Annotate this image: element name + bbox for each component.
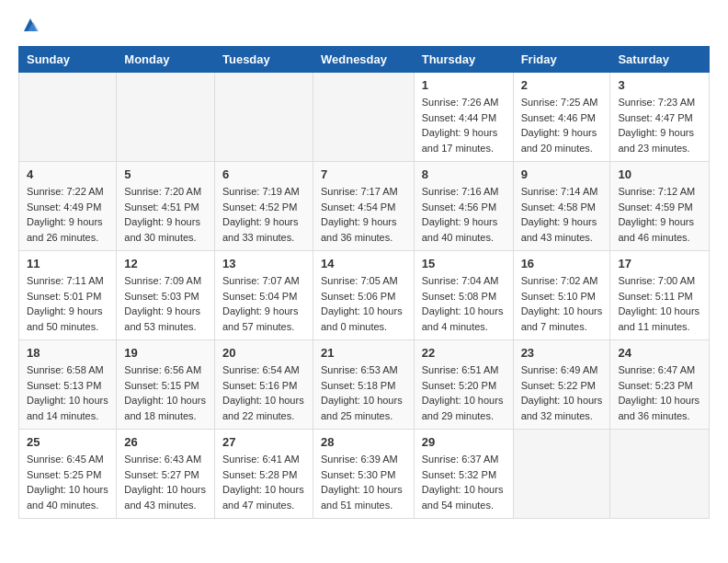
day-detail: Sunrise: 6:51 AM Sunset: 5:20 PM Dayligh… bbox=[422, 362, 506, 423]
day-number: 9 bbox=[521, 167, 603, 181]
calendar-cell: 21Sunrise: 6:53 AM Sunset: 5:18 PM Dayli… bbox=[313, 340, 414, 430]
calendar-cell: 6Sunrise: 7:19 AM Sunset: 4:52 PM Daylig… bbox=[214, 162, 313, 251]
calendar-cell bbox=[513, 430, 610, 519]
day-number: 20 bbox=[222, 346, 305, 360]
day-detail: Sunrise: 7:02 AM Sunset: 5:10 PM Dayligh… bbox=[521, 273, 603, 334]
calendar-week-0: 1Sunrise: 7:26 AM Sunset: 4:44 PM Daylig… bbox=[19, 73, 710, 162]
day-number: 4 bbox=[27, 167, 108, 181]
calendar-cell: 1Sunrise: 7:26 AM Sunset: 4:44 PM Daylig… bbox=[414, 73, 513, 162]
day-detail: Sunrise: 7:12 AM Sunset: 4:59 PM Dayligh… bbox=[618, 184, 701, 245]
calendar-cell: 20Sunrise: 6:54 AM Sunset: 5:16 PM Dayli… bbox=[214, 340, 313, 430]
day-detail: Sunrise: 7:22 AM Sunset: 4:49 PM Dayligh… bbox=[27, 184, 108, 245]
calendar-week-3: 18Sunrise: 6:58 AM Sunset: 5:13 PM Dayli… bbox=[19, 340, 710, 430]
day-number: 22 bbox=[422, 346, 506, 360]
calendar-cell bbox=[117, 73, 215, 162]
col-friday: Friday bbox=[513, 47, 610, 73]
calendar-cell: 13Sunrise: 7:07 AM Sunset: 5:04 PM Dayli… bbox=[214, 251, 313, 340]
calendar-cell: 11Sunrise: 7:11 AM Sunset: 5:01 PM Dayli… bbox=[19, 251, 117, 340]
day-number: 21 bbox=[321, 346, 406, 360]
day-detail: Sunrise: 7:00 AM Sunset: 5:11 PM Dayligh… bbox=[618, 273, 701, 334]
day-detail: Sunrise: 6:39 AM Sunset: 5:30 PM Dayligh… bbox=[321, 452, 406, 512]
day-number: 23 bbox=[521, 346, 603, 360]
day-detail: Sunrise: 7:16 AM Sunset: 4:56 PM Dayligh… bbox=[422, 184, 506, 245]
day-detail: Sunrise: 6:45 AM Sunset: 5:25 PM Dayligh… bbox=[27, 452, 108, 512]
day-detail: Sunrise: 7:26 AM Sunset: 4:44 PM Dayligh… bbox=[422, 95, 506, 155]
header-row: Sunday Monday Tuesday Wednesday Thursday… bbox=[19, 47, 710, 73]
day-number: 26 bbox=[124, 435, 207, 449]
calendar-cell: 2Sunrise: 7:25 AM Sunset: 4:46 PM Daylig… bbox=[513, 73, 610, 162]
calendar-week-4: 25Sunrise: 6:45 AM Sunset: 5:25 PM Dayli… bbox=[19, 430, 710, 519]
calendar-cell: 5Sunrise: 7:20 AM Sunset: 4:51 PM Daylig… bbox=[117, 162, 215, 251]
day-detail: Sunrise: 6:56 AM Sunset: 5:15 PM Dayligh… bbox=[124, 362, 207, 423]
calendar-cell: 17Sunrise: 7:00 AM Sunset: 5:11 PM Dayli… bbox=[610, 251, 710, 340]
day-detail: Sunrise: 7:09 AM Sunset: 5:03 PM Dayligh… bbox=[124, 273, 207, 334]
day-detail: Sunrise: 6:49 AM Sunset: 5:22 PM Dayligh… bbox=[521, 362, 603, 423]
header bbox=[18, 15, 710, 35]
day-number: 8 bbox=[422, 167, 506, 181]
day-number: 18 bbox=[27, 346, 108, 360]
day-number: 25 bbox=[27, 435, 108, 449]
page: Sunday Monday Tuesday Wednesday Thursday… bbox=[0, 0, 728, 534]
calendar-cell: 28Sunrise: 6:39 AM Sunset: 5:30 PM Dayli… bbox=[313, 430, 414, 519]
calendar-cell: 23Sunrise: 6:49 AM Sunset: 5:22 PM Dayli… bbox=[513, 340, 610, 430]
calendar-cell: 8Sunrise: 7:16 AM Sunset: 4:56 PM Daylig… bbox=[414, 162, 513, 251]
calendar-cell: 9Sunrise: 7:14 AM Sunset: 4:58 PM Daylig… bbox=[513, 162, 610, 251]
day-detail: Sunrise: 6:41 AM Sunset: 5:28 PM Dayligh… bbox=[222, 452, 305, 512]
day-number: 5 bbox=[124, 167, 207, 181]
calendar-cell: 24Sunrise: 6:47 AM Sunset: 5:23 PM Dayli… bbox=[610, 340, 710, 430]
day-number: 16 bbox=[521, 257, 603, 270]
day-detail: Sunrise: 7:19 AM Sunset: 4:52 PM Dayligh… bbox=[222, 184, 305, 245]
day-number: 6 bbox=[222, 167, 305, 181]
logo-icon bbox=[20, 15, 40, 35]
day-number: 24 bbox=[618, 346, 701, 360]
calendar-cell bbox=[19, 73, 117, 162]
calendar-cell: 15Sunrise: 7:04 AM Sunset: 5:08 PM Dayli… bbox=[414, 251, 513, 340]
calendar-cell bbox=[214, 73, 313, 162]
day-detail: Sunrise: 6:58 AM Sunset: 5:13 PM Dayligh… bbox=[27, 362, 108, 423]
calendar-body: 1Sunrise: 7:26 AM Sunset: 4:44 PM Daylig… bbox=[19, 73, 710, 519]
calendar-cell: 3Sunrise: 7:23 AM Sunset: 4:47 PM Daylig… bbox=[610, 73, 710, 162]
calendar-cell: 19Sunrise: 6:56 AM Sunset: 5:15 PM Dayli… bbox=[117, 340, 215, 430]
day-number: 10 bbox=[618, 167, 701, 181]
calendar-cell: 14Sunrise: 7:05 AM Sunset: 5:06 PM Dayli… bbox=[313, 251, 414, 340]
col-thursday: Thursday bbox=[414, 47, 513, 73]
day-detail: Sunrise: 7:17 AM Sunset: 4:54 PM Dayligh… bbox=[321, 184, 406, 245]
day-detail: Sunrise: 6:37 AM Sunset: 5:32 PM Dayligh… bbox=[422, 452, 506, 512]
day-number: 13 bbox=[222, 257, 305, 270]
day-detail: Sunrise: 6:53 AM Sunset: 5:18 PM Dayligh… bbox=[321, 362, 406, 423]
calendar-cell bbox=[610, 430, 710, 519]
calendar-cell: 16Sunrise: 7:02 AM Sunset: 5:10 PM Dayli… bbox=[513, 251, 610, 340]
day-number: 7 bbox=[321, 167, 406, 181]
day-number: 27 bbox=[222, 435, 305, 449]
day-detail: Sunrise: 7:07 AM Sunset: 5:04 PM Dayligh… bbox=[222, 273, 305, 334]
day-detail: Sunrise: 7:20 AM Sunset: 4:51 PM Dayligh… bbox=[124, 184, 207, 245]
calendar-cell: 25Sunrise: 6:45 AM Sunset: 5:25 PM Dayli… bbox=[19, 430, 117, 519]
col-monday: Monday bbox=[117, 47, 215, 73]
day-number: 29 bbox=[422, 435, 506, 449]
calendar-cell: 29Sunrise: 6:37 AM Sunset: 5:32 PM Dayli… bbox=[414, 430, 513, 519]
day-number: 15 bbox=[422, 257, 506, 270]
calendar-week-2: 11Sunrise: 7:11 AM Sunset: 5:01 PM Dayli… bbox=[19, 251, 710, 340]
day-number: 28 bbox=[321, 435, 406, 449]
col-tuesday: Tuesday bbox=[214, 47, 313, 73]
calendar-cell: 26Sunrise: 6:43 AM Sunset: 5:27 PM Dayli… bbox=[117, 430, 215, 519]
calendar-cell: 12Sunrise: 7:09 AM Sunset: 5:03 PM Dayli… bbox=[117, 251, 215, 340]
day-number: 11 bbox=[27, 257, 108, 270]
col-saturday: Saturday bbox=[610, 47, 710, 73]
day-detail: Sunrise: 7:11 AM Sunset: 5:01 PM Dayligh… bbox=[27, 273, 108, 334]
day-detail: Sunrise: 6:47 AM Sunset: 5:23 PM Dayligh… bbox=[618, 362, 701, 423]
day-detail: Sunrise: 7:05 AM Sunset: 5:06 PM Dayligh… bbox=[321, 273, 406, 334]
col-sunday: Sunday bbox=[19, 47, 117, 73]
calendar-table: Sunday Monday Tuesday Wednesday Thursday… bbox=[18, 46, 710, 519]
calendar-cell: 4Sunrise: 7:22 AM Sunset: 4:49 PM Daylig… bbox=[19, 162, 117, 251]
calendar-cell: 18Sunrise: 6:58 AM Sunset: 5:13 PM Dayli… bbox=[19, 340, 117, 430]
day-number: 3 bbox=[618, 78, 701, 92]
day-detail: Sunrise: 7:14 AM Sunset: 4:58 PM Dayligh… bbox=[521, 184, 603, 245]
day-number: 12 bbox=[124, 257, 207, 270]
day-number: 14 bbox=[321, 257, 406, 270]
calendar-cell: 7Sunrise: 7:17 AM Sunset: 4:54 PM Daylig… bbox=[313, 162, 414, 251]
calendar-cell: 10Sunrise: 7:12 AM Sunset: 4:59 PM Dayli… bbox=[610, 162, 710, 251]
day-number: 17 bbox=[618, 257, 701, 270]
day-detail: Sunrise: 7:04 AM Sunset: 5:08 PM Dayligh… bbox=[422, 273, 506, 334]
calendar-cell bbox=[313, 73, 414, 162]
